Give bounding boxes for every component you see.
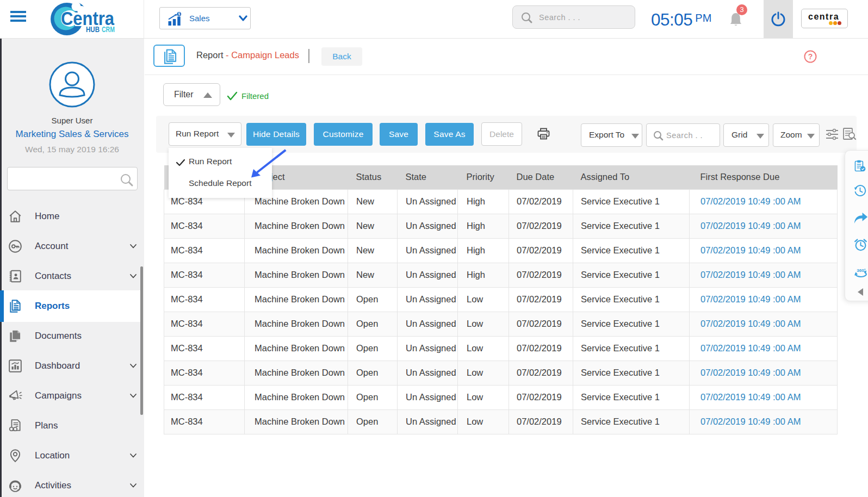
svg-text:?: ? <box>808 52 813 61</box>
svg-text:CRM: CRM <box>102 25 115 34</box>
svg-text:HUB: HUB <box>86 25 100 34</box>
svg-text:$: $ <box>178 12 180 16</box>
